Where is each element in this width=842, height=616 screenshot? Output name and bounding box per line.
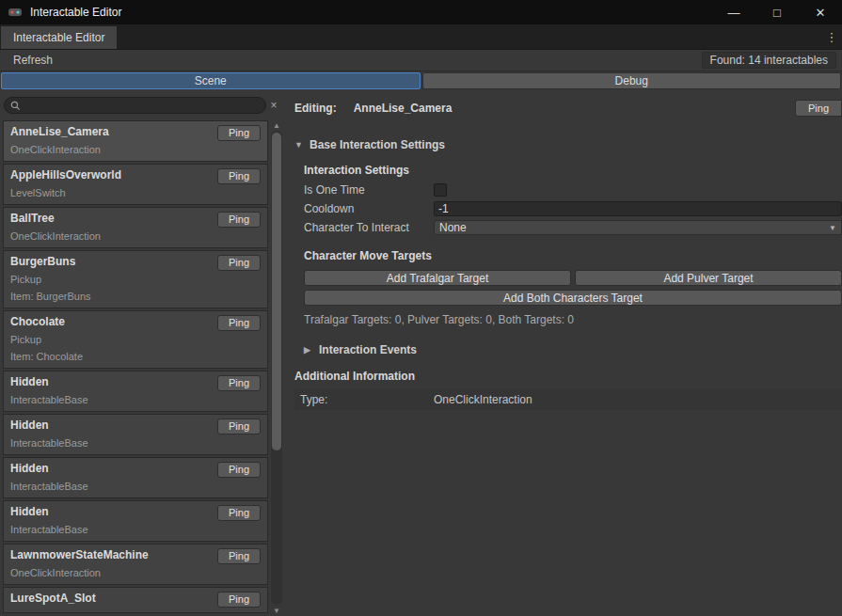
foldout-interaction-events[interactable]: ▶ Interaction Events xyxy=(304,343,842,356)
editing-row: Editing: AnneLise_Camera Ping xyxy=(294,99,842,118)
interaction-settings-header: Interaction Settings xyxy=(304,164,842,177)
dropdown-arrow-icon: ▼ xyxy=(829,224,836,232)
item-name: AnneLise_Camera xyxy=(10,125,217,139)
item-name: Hidden xyxy=(10,462,217,476)
add-pulver-button[interactable]: Add Pulver Target xyxy=(575,270,842,286)
item-text: LureSpotA_Slot xyxy=(10,592,217,606)
list-item[interactable]: AnneLise_CameraOneClickInteractionPing xyxy=(3,120,268,162)
base-settings-section: Interaction Settings Is One Time Cooldow… xyxy=(304,151,842,356)
minimize-button[interactable]: — xyxy=(712,0,755,24)
item-text: AnneLise_CameraOneClickInteraction xyxy=(10,125,217,156)
tab-scene-label: Scene xyxy=(195,74,227,87)
add-both-button[interactable]: Add Both Characters Target xyxy=(304,290,842,306)
character-row: Character To Interact None ▼ xyxy=(304,218,842,237)
ping-button[interactable]: Ping xyxy=(217,255,261,271)
tab-debug-label: Debug xyxy=(615,74,648,87)
ping-button[interactable]: Ping xyxy=(217,505,261,521)
main-content: × AnneLise_CameraOneClickInteractionPing… xyxy=(0,91,842,616)
list-item[interactable]: BallTreeOneClickInteractionPing xyxy=(3,207,268,248)
scroll-track[interactable] xyxy=(271,131,282,605)
ping-button[interactable]: Ping xyxy=(217,462,261,478)
item-subtitle: Item: Chocolate xyxy=(10,351,217,363)
ping-button[interactable]: Ping xyxy=(217,315,261,331)
item-text: HiddenInteractableBase xyxy=(10,419,217,450)
ping-button[interactable]: Ping xyxy=(217,592,261,608)
list-item[interactable]: HiddenInteractableBasePing xyxy=(3,414,268,455)
item-subtitle: InteractableBase xyxy=(10,394,217,406)
foldout-events-label: Interaction Events xyxy=(319,343,417,356)
item-subtitle: LevelSwitch xyxy=(10,187,217,199)
item-subtitle: OneClickInteraction xyxy=(10,230,217,243)
list-item[interactable]: ChocolatePickupItem: ChocolatePing xyxy=(3,310,268,369)
maximize-button[interactable]: □ xyxy=(755,0,799,24)
tab-interactable-editor[interactable]: Interactable Editor xyxy=(1,26,117,49)
item-name: BurgerBuns xyxy=(10,255,217,269)
list-item[interactable]: LureSpotA_SlotPing xyxy=(3,587,268,613)
is-one-time-checkbox[interactable] xyxy=(434,183,447,197)
item-text: HiddenInteractableBase xyxy=(10,375,217,406)
search-clear-button[interactable]: × xyxy=(266,99,281,112)
list-item[interactable]: BurgerBunsPickupItem: BurgerBunsPing xyxy=(3,250,268,308)
list-item[interactable]: HiddenInteractableBasePing xyxy=(3,371,268,412)
ping-button[interactable]: Ping xyxy=(217,419,261,434)
search-row: × xyxy=(0,91,283,119)
item-subtitle: OneClickInteraction xyxy=(10,567,217,579)
scene-list-panel: × AnneLise_CameraOneClickInteractionPing… xyxy=(0,91,283,616)
cooldown-input[interactable] xyxy=(434,201,842,216)
scroll-down-icon[interactable]: ▼ xyxy=(271,605,282,616)
view-tabs: Scene Debug xyxy=(0,71,842,91)
inspector-ping-button[interactable]: Ping xyxy=(795,100,842,117)
window-controls: — □ ✕ xyxy=(712,0,842,24)
move-targets-header: Character Move Targets xyxy=(304,249,842,262)
is-one-time-row: Is One Time xyxy=(304,181,842,199)
tab-scene[interactable]: Scene xyxy=(1,72,421,89)
window-title: Interactable Editor xyxy=(30,6,121,19)
tab-debug[interactable]: Debug xyxy=(422,72,842,89)
item-name: AppleHillsOverworld xyxy=(10,168,217,182)
interactable-list: AnneLise_CameraOneClickInteractionPingAp… xyxy=(0,119,270,616)
kebab-menu-icon[interactable]: ⋮ xyxy=(824,24,839,49)
list-scrollbar[interactable]: ▲ ▼ xyxy=(270,119,283,616)
list-item[interactable]: AppleHillsOverworldLevelSwitchPing xyxy=(3,164,268,205)
foldout-base-settings[interactable]: ▼ Base Interaction Settings xyxy=(294,138,842,151)
item-name: LawnmowerStateMachine xyxy=(10,548,217,562)
ping-button[interactable]: Ping xyxy=(217,375,261,391)
ping-button[interactable]: Ping xyxy=(217,125,261,141)
add-trafalgar-button[interactable]: Add Trafalgar Target xyxy=(304,270,571,286)
ping-button[interactable]: Ping xyxy=(217,168,261,184)
item-subtitle: InteractableBase xyxy=(10,437,217,450)
additional-info-header: Additional Information xyxy=(294,370,842,383)
character-dropdown-value: None xyxy=(439,221,467,234)
item-name: BallTree xyxy=(10,212,217,226)
scroll-up-icon[interactable]: ▲ xyxy=(271,119,282,131)
search-field xyxy=(4,97,266,114)
item-subtitle: OneClickInteraction xyxy=(10,144,217,156)
list-item[interactable]: HiddenInteractableBasePing xyxy=(3,457,268,498)
tab-label: Interactable Editor xyxy=(13,31,104,44)
refresh-button[interactable]: Refresh xyxy=(6,52,60,69)
list-item[interactable]: HiddenInteractableBasePing xyxy=(3,500,268,542)
foldout-closed-icon: ▶ xyxy=(304,345,313,355)
item-text: HiddenInteractableBase xyxy=(10,505,217,536)
type-value: OneClickInteraction xyxy=(434,393,532,406)
search-input[interactable] xyxy=(24,100,260,111)
item-subtitle: InteractableBase xyxy=(10,481,217,493)
inspector-panel: Editing: AnneLise_Camera Ping ▼ Base Int… xyxy=(283,91,842,616)
tab-strip: Interactable Editor ⋮ xyxy=(0,24,842,50)
cooldown-label: Cooldown xyxy=(304,202,434,215)
toolbar: Refresh Found: 14 interactables xyxy=(0,50,842,71)
scroll-thumb[interactable] xyxy=(272,133,281,450)
ping-button[interactable]: Ping xyxy=(217,548,261,564)
item-name: Hidden xyxy=(10,375,217,389)
editing-value: AnneLise_Camera xyxy=(354,102,453,115)
item-subtitle: InteractableBase xyxy=(10,524,217,536)
ping-button[interactable]: Ping xyxy=(217,212,261,228)
character-dropdown[interactable]: None ▼ xyxy=(434,220,842,235)
list-item[interactable]: LawnmowerStateMachineOneClickInteraction… xyxy=(3,544,268,585)
target-buttons-row: Add Trafalgar Target Add Pulver Target xyxy=(304,270,842,286)
close-button[interactable]: ✕ xyxy=(799,0,842,24)
cooldown-row: Cooldown xyxy=(304,199,842,218)
app-icon xyxy=(8,5,23,20)
titlebar: Interactable Editor — □ ✕ xyxy=(0,0,842,24)
item-text: BallTreeOneClickInteraction xyxy=(10,212,217,243)
